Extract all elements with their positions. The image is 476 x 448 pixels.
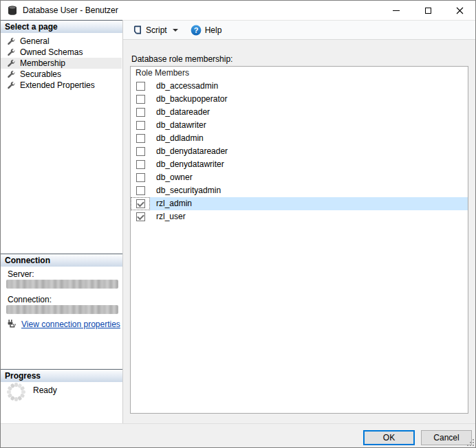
script-icon	[132, 25, 142, 35]
server-label: Server:	[8, 269, 34, 279]
select-page-header: Select a page	[1, 20, 122, 33]
view-connection-properties-link[interactable]: View connection properties	[21, 320, 120, 329]
script-button[interactable]: Script	[129, 23, 181, 38]
close-button[interactable]	[444, 1, 475, 20]
role-checkbox[interactable]	[136, 186, 145, 195]
help-button[interactable]: ? Help	[188, 23, 225, 38]
role-row-db_datareader[interactable]: db_datareader	[131, 106, 468, 119]
toolbar: Script ? Help	[123, 20, 475, 40]
role-checkbox[interactable]	[136, 134, 145, 143]
script-dropdown-arrow-icon[interactable]	[173, 29, 178, 32]
footer: OK Cancel	[1, 423, 475, 447]
role-name[interactable]: db_owner	[150, 171, 468, 184]
role-checkbox[interactable]	[136, 173, 145, 182]
wrench-icon	[7, 48, 16, 57]
progress-header: Progress	[1, 369, 122, 382]
role-checkbox[interactable]	[136, 199, 145, 208]
svg-text:?: ?	[193, 26, 198, 34]
role-checkbox-cell	[131, 171, 150, 184]
database-user-dialog: Database User - Benutzer Select a page G…	[0, 0, 476, 448]
role-checkbox-cell	[131, 184, 150, 197]
role-row-db_ddladmin[interactable]: db_ddladmin	[131, 132, 468, 145]
sidebar-item-general[interactable]: General	[1, 36, 122, 47]
resize-grip[interactable]	[466, 438, 474, 446]
close-icon	[456, 7, 464, 14]
role-checkbox[interactable]	[136, 95, 145, 104]
role-name[interactable]: db_securityadmin	[150, 184, 468, 197]
help-label: Help	[205, 25, 222, 35]
wrench-icon	[7, 59, 16, 68]
role-members-column-header: Role Members	[131, 67, 468, 80]
role-row-rzl_user[interactable]: rzl_user	[131, 210, 468, 223]
role-name[interactable]: db_ddladmin	[150, 132, 468, 145]
sidebar-item-label: Membership	[20, 58, 65, 68]
wrench-icon	[7, 70, 16, 79]
server-value-redacted	[6, 280, 118, 289]
sidebar-item-owned-schemas[interactable]: Owned Schemas	[1, 47, 122, 58]
role-row-db_backupoperator[interactable]: db_backupoperator	[131, 93, 468, 106]
wrench-icon	[7, 37, 16, 46]
ok-button[interactable]: OK	[363, 430, 415, 445]
role-name[interactable]: db_backupoperator	[150, 93, 468, 106]
connection-header: Connection	[1, 254, 122, 267]
connection-value-redacted	[6, 305, 118, 314]
minimize-icon	[393, 10, 400, 11]
maximize-icon	[425, 8, 431, 14]
role-checkbox[interactable]	[136, 147, 145, 156]
membership-page: Database role membership: Role Members d…	[123, 40, 475, 423]
role-row-db_datawriter[interactable]: db_datawriter	[131, 119, 468, 132]
help-icon: ?	[191, 25, 202, 36]
role-checkbox-cell	[131, 145, 150, 158]
role-members-list[interactable]: Role Members db_accessadmindb_backupoper…	[130, 66, 468, 414]
role-row-db_accessadmin[interactable]: db_accessadmin	[131, 80, 468, 93]
role-checkbox-cell	[131, 106, 150, 119]
sidebar-item-label: General	[20, 36, 50, 46]
role-checkbox-cell	[131, 80, 150, 93]
role-checkbox[interactable]	[136, 82, 145, 91]
sidebar-item-label: Securables	[20, 69, 61, 79]
role-membership-label: Database role membership:	[131, 54, 232, 64]
window-title: Database User - Benutzer	[23, 5, 118, 15]
sidebar: Select a page GeneralOwned SchemasMember…	[1, 20, 123, 423]
role-checkbox[interactable]	[136, 212, 145, 221]
role-checkbox-cell	[131, 93, 150, 106]
role-name[interactable]: db_datawriter	[150, 119, 468, 132]
role-checkbox-cell	[131, 132, 150, 145]
role-row-db_denydatareader[interactable]: db_denydatareader	[131, 145, 468, 158]
role-checkbox-cell	[131, 158, 150, 171]
sidebar-item-label: Extended Properties	[20, 80, 95, 90]
role-name[interactable]: db_denydatawriter	[150, 158, 468, 171]
role-checkbox[interactable]	[136, 121, 145, 130]
role-checkbox-cell	[131, 210, 150, 223]
role-row-db_securityadmin[interactable]: db_securityadmin	[131, 184, 468, 197]
role-name[interactable]: rzl_user	[150, 210, 468, 223]
sidebar-item-extended-properties[interactable]: Extended Properties	[1, 80, 122, 91]
connection-plug-icon	[7, 319, 18, 330]
role-checkbox-cell	[131, 119, 150, 132]
role-row-db_owner[interactable]: db_owner	[131, 171, 468, 184]
role-row-rzl_admin[interactable]: rzl_admin	[131, 197, 468, 210]
role-row-db_denydatawriter[interactable]: db_denydatawriter	[131, 158, 468, 171]
role-checkbox[interactable]	[136, 108, 145, 117]
progress-status: Ready	[33, 385, 57, 395]
cancel-button[interactable]: Cancel	[421, 430, 472, 445]
role-name[interactable]: db_accessadmin	[150, 80, 468, 93]
page-list: GeneralOwned SchemasMembershipSecurables…	[1, 36, 122, 91]
title-bar: Database User - Benutzer	[1, 1, 475, 20]
role-checkbox[interactable]	[136, 160, 145, 169]
minimize-button[interactable]	[380, 1, 412, 20]
role-name[interactable]: db_denydatareader	[150, 145, 468, 158]
database-icon	[7, 5, 18, 16]
sidebar-item-securables[interactable]: Securables	[1, 69, 122, 80]
wrench-icon	[7, 81, 16, 90]
role-name[interactable]: rzl_admin	[150, 197, 468, 210]
connection-label: Connection:	[8, 295, 52, 304]
sidebar-item-membership[interactable]: Membership	[1, 58, 122, 69]
progress-spinner-icon	[6, 382, 26, 402]
maximize-button[interactable]	[412, 1, 444, 20]
role-checkbox-cell	[131, 197, 150, 210]
sidebar-item-label: Owned Schemas	[20, 47, 83, 57]
script-label: Script	[146, 25, 167, 35]
role-name[interactable]: db_datareader	[150, 106, 468, 119]
